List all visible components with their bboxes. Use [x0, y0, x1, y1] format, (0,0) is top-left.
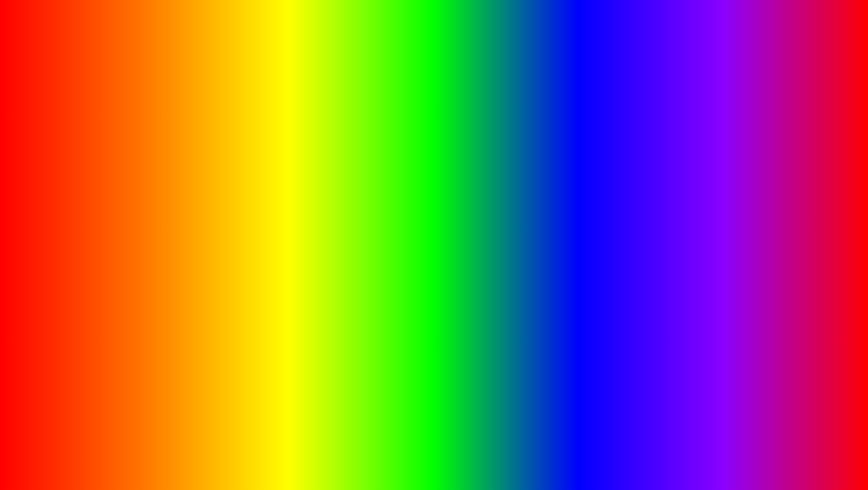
no-miss-skill-label: NO MISS SKILL: [36, 124, 220, 151]
sidebar-farming-label: Farming: [52, 184, 72, 190]
main-title: BLOX FRUITS: [199, 0, 669, 76]
left-subsection1: [ Main Farm ]: [103, 182, 252, 188]
fruit-rarity-value: Common: [784, 226, 806, 232]
auto-farm-level-row: Auto Farm Level: [103, 191, 252, 202]
monster-icon-right: ◈: [612, 196, 618, 203]
right-panel-content: • Dungeon Dungeon Status Waiting For Dun…: [666, 167, 827, 289]
right-sidebar-items[interactable]: ✂ Items: [608, 205, 666, 217]
right-sidebar-monster-label: Monster: [621, 196, 640, 203]
select-chip-row: Select Chip Flame ▼: [672, 205, 821, 219]
manual-raid-desc: In Raid is always have this function ! F…: [672, 276, 821, 284]
sidebar-item-farming[interactable]: ⊞ Farming: [39, 181, 97, 193]
dungeon-status-value: Waiting For Dungeon: [676, 192, 817, 199]
auto-farm-dungeon-label: Auto Farm Dungeon: [672, 242, 721, 248]
right-sidebar-monster[interactable]: ◈ Monster: [608, 194, 666, 205]
manual-kill-aura-toggle[interactable]: [805, 266, 821, 274]
title-container: BLOX FRUITS: [0, 4, 868, 72]
select-mastery-dropdown[interactable]: Quest ▼: [220, 242, 252, 250]
auto-farm-mastery-label: Auto Farm Selected Mastery: [103, 256, 172, 262]
chevron-down-icon: ▼: [238, 244, 242, 249]
right-sidebar-main-label: Main: [621, 173, 633, 179]
fruit-rarity-label: Fruit Rarity to Trade with Chip: [676, 226, 777, 232]
right-sidebar-race[interactable]: ● Race: [608, 241, 666, 252]
fast-farm-level-row: Fast Farm Level: [103, 202, 252, 215]
rarity-chevron-icon: ▼: [808, 227, 813, 232]
sidebar-item-player[interactable]: 👤 Player: [39, 228, 97, 240]
bottom-auto-text: AUTO FARM: [117, 437, 384, 482]
fruit-rarity-row: Fruit Rarity to Trade with Chip Common ▼: [672, 222, 821, 236]
right-sidebar-dungeon-label: Dungeon: [621, 220, 643, 226]
settings-icon-left: ⚙: [43, 254, 49, 260]
auto-nearest-row: Auto Nearest: [103, 215, 252, 228]
right-sidebar-main[interactable]: ⌂ Main: [608, 170, 666, 182]
sidebar-monster-label: Monster: [52, 196, 72, 202]
close-button[interactable]: ✕: [817, 157, 823, 165]
select-mastery-row: Select Mastery Type Quest ▼: [103, 240, 252, 253]
fast-farm-toggle[interactable]: [236, 205, 252, 213]
manual-raid-label: [ Manual Raid ]: [672, 254, 821, 261]
monster-icon: ◈: [43, 196, 49, 202]
auto-farm-mastery-toggle[interactable]: [236, 255, 252, 263]
player-icon-right: 👤: [612, 232, 618, 238]
items-icon-right: ✂: [612, 208, 618, 214]
auto-nearest-label: Auto Nearest: [103, 218, 135, 225]
sidebar-item-items[interactable]: ✂ Items: [39, 205, 97, 216]
farming-icon-right: ⊞: [612, 185, 618, 191]
right-header-title: Thunder Pi: [612, 158, 639, 164]
dungeon-status-field: Dungeon Status Waiting For Dungeon: [672, 183, 821, 202]
fruit-rarity-dropdown[interactable]: Common ▼: [780, 224, 817, 233]
sidebar-items-label-left: Items: [52, 207, 65, 214]
left-header-title: Thunder Pi: [43, 157, 70, 164]
fast-farm-level-label: Fast Farm Level: [103, 205, 143, 212]
chip-chevron-icon: ▼: [808, 209, 813, 214]
right-sidebar-player[interactable]: 👤 Player: [608, 229, 666, 241]
items-icon-left: ✂: [43, 207, 49, 214]
left-panel-content: • Farming [ Main Farm ] Auto Farm Level …: [97, 166, 258, 270]
right-panel: Thunder Pi ✕ ⌂ Main ⊞ Farming ◈ Monster …: [607, 155, 828, 289]
logo-fr-text: FRUITS: [762, 456, 830, 477]
sidebar-item-ui-settings[interactable]: ⚙ UI Settings: [39, 251, 97, 263]
race-icon-left: ●: [43, 242, 49, 249]
auto-nearest-toggle[interactable]: [236, 218, 252, 226]
logo-bottom-right: BL●X FRUITS: [733, 432, 859, 481]
manual-kill-aura-row: Manual Kill Aura: [672, 263, 821, 276]
auto-farm-level-label: Auto Farm Level: [103, 193, 143, 200]
home-icon: ⌂: [43, 172, 49, 178]
home-icon-right: ⌂: [612, 173, 618, 179]
select-mastery-label: Select Mastery Type: [103, 243, 152, 249]
dungeon-icon-right: ⚔: [612, 220, 618, 226]
logo-bl-text: BL●X: [771, 435, 820, 456]
left-sidebar: ⌂ Main ⊞ Farming ◈ Monster ✂ Items ⚔ Dun…: [39, 166, 97, 270]
sidebar-settings-label: UI Settings: [52, 254, 79, 260]
bottom-script-text: SCRIPT: [392, 439, 541, 480]
auto-farm-dungeon-row: Auto Farm Dungeon: [672, 239, 821, 252]
sidebar-item-monster[interactable]: ◈ Monster: [39, 193, 97, 205]
right-sidebar-farming-label: Farming: [621, 185, 641, 191]
sidebar-dungeon-label-left: Dungeon: [52, 219, 74, 225]
auto-farm-dungeon-toggle[interactable]: [805, 241, 821, 249]
sidebar-item-race[interactable]: ● Race: [39, 240, 97, 251]
auto-farm-mastery-row: Auto Farm Selected Mastery: [103, 253, 252, 266]
right-sidebar-race-label: Race: [621, 243, 634, 249]
right-sidebar-items-label: Items: [621, 208, 634, 214]
best-top-label: THE BEST TOP: [660, 124, 841, 151]
player-icon-left: 👤: [43, 231, 49, 237]
left-panel-header: Thunder Pi: [39, 156, 258, 166]
right-sidebar: ⌂ Main ⊞ Farming ◈ Monster ✂ Items ⚔ Dun…: [608, 167, 666, 289]
select-chip-label: Select Chip: [676, 209, 784, 215]
right-panel-header: Thunder Pi ✕: [608, 156, 827, 167]
sidebar-item-dungeon[interactable]: ⚔ Dungeon: [39, 216, 97, 228]
dungeon-status-label: Dungeon Status: [676, 186, 817, 192]
right-sidebar-farming[interactable]: ⊞ Farming: [608, 182, 666, 194]
sidebar-player-label-left: Player: [52, 231, 67, 237]
left-section-title: • Farming: [103, 170, 252, 178]
sidebar-item-main[interactable]: ⌂ Main: [39, 169, 97, 181]
right-panel-body: ⌂ Main ⊞ Farming ◈ Monster ✂ Items ⚔ Dun…: [608, 167, 827, 289]
select-chip-value: Flame: [792, 209, 806, 215]
right-sidebar-dungeon[interactable]: ⚔ Dungeon: [608, 217, 666, 229]
dungeon-icon-left: ⚔: [43, 219, 49, 225]
select-mastery-value: Quest: [223, 244, 236, 249]
bottom-pastebin-text: PASTEBIN: [550, 439, 751, 480]
sidebar-race-label-left: Race: [52, 242, 65, 249]
select-chip-dropdown[interactable]: Flame ▼: [787, 207, 817, 216]
